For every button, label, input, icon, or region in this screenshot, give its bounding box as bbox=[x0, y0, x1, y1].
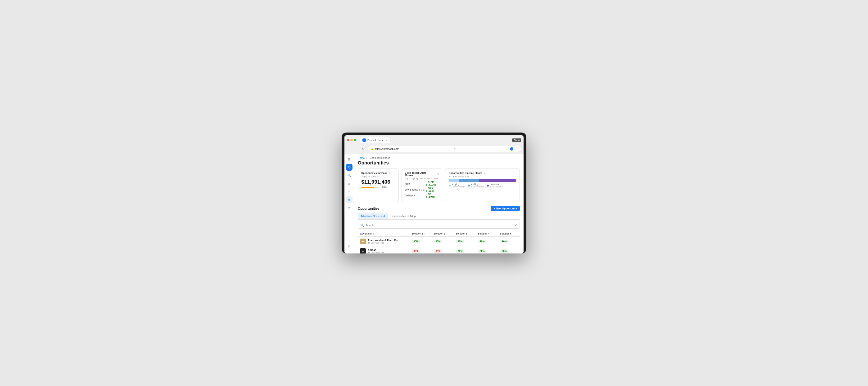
more-icon[interactable]: ⋯ bbox=[515, 147, 518, 151]
sidebar-bottom: ⚙ bbox=[346, 243, 352, 252]
pipeline-card: Opportunities Pipeline Stages ⓘ 45 Oppor… bbox=[445, 169, 520, 202]
solution-cell-1-3: 90% bbox=[475, 246, 497, 254]
sidebar-circle-icon[interactable]: ● bbox=[346, 204, 352, 211]
sidebar-mail-icon[interactable]: ✉ bbox=[346, 188, 352, 195]
solution-cell-0-4: 90% bbox=[498, 237, 520, 246]
col-solution3[interactable]: Solution 3 ↕ bbox=[454, 231, 475, 237]
solution-cell-0-2: 90% bbox=[454, 237, 475, 246]
solution-cell-1-4: 90% bbox=[498, 246, 520, 254]
solution-cell-0-0: 90% bbox=[409, 237, 431, 246]
browser-tab[interactable]: f Product Name ✕ bbox=[360, 137, 390, 143]
search-clear-icon[interactable]: ✕ bbox=[514, 223, 517, 227]
adv-cell: A Adidas ID: 09876654321 bbox=[360, 248, 407, 253]
movers-title: 3 Top Target Quota Movers ⓘ bbox=[405, 172, 439, 177]
pipeline-seg-committed bbox=[479, 179, 516, 182]
adv-info: Adidas ID: 09876654321 bbox=[368, 248, 384, 253]
col-solution2[interactable]: Solution 2 ↕ bbox=[431, 231, 454, 237]
pipeline-bar bbox=[449, 179, 516, 182]
adv-info: Abercrombie & Fitch Co. ID: 09876654321 bbox=[368, 239, 398, 244]
url-text: https://internalfb.com bbox=[375, 147, 399, 150]
revenue-pct: 68% bbox=[382, 186, 387, 188]
legend-committed: Committed 90% Probable bbox=[487, 183, 503, 188]
adv-logo: AF bbox=[360, 239, 366, 244]
bookmark-icon[interactable]: ☆ bbox=[454, 147, 456, 150]
mover-value-3: ↑ $2K (+2.9%) bbox=[427, 193, 439, 198]
mover-row-1: Nike ↑ $10K (+26.9%) bbox=[405, 181, 439, 186]
sidebar-settings-icon[interactable]: ⚙ bbox=[346, 243, 352, 250]
movers-subtitle: Top 3 orgs. by their impact to target bbox=[405, 177, 439, 180]
adv-id: ID: 09876654321 bbox=[368, 242, 398, 244]
pct-badge: 90% bbox=[500, 240, 508, 243]
revenue-progress-row: 68% bbox=[361, 186, 395, 188]
mover-name-1: Nike bbox=[405, 182, 427, 185]
pipeline-legend: Scoping 10% Probable Pitching 30% Probab… bbox=[449, 183, 516, 188]
col-advertiser[interactable]: Advertiser ↕ bbox=[358, 231, 409, 237]
adv-name: Abercrombie & Fitch Co. bbox=[368, 239, 398, 242]
pipeline-bar-container: Scoping 10% Probable Pitching 30% Probab… bbox=[449, 179, 516, 188]
sidebar-menu-icon[interactable]: ☰ bbox=[346, 156, 352, 163]
breadcrumb: Home › Book of Business bbox=[358, 156, 520, 159]
revenue-value: $11,991,406 bbox=[361, 179, 395, 185]
stats-row: Opportunities Revenue ⓘ Target: $17,511,… bbox=[358, 169, 520, 202]
sidebar-search-icon[interactable]: 🔍 bbox=[346, 172, 352, 179]
table-body: AF Abercrombie & Fitch Co. ID: 098766543… bbox=[358, 237, 520, 254]
mover-name-2: Levi Strauss & Co. bbox=[405, 188, 427, 191]
movers-info-icon[interactable]: ⓘ bbox=[437, 173, 439, 176]
revenue-info-icon[interactable]: ⓘ bbox=[389, 172, 391, 175]
tab-close-icon[interactable]: ✕ bbox=[386, 139, 388, 142]
col-solution5[interactable]: Solution 5 ↕ bbox=[498, 231, 520, 237]
tabs: Advertiser Scorecard Opportunities to Ad… bbox=[358, 213, 520, 220]
revenue-progress-bar bbox=[361, 187, 380, 188]
page-title: Opportunities bbox=[358, 160, 520, 166]
pct-badge: 90% bbox=[456, 249, 464, 253]
maximize-button[interactable] bbox=[354, 139, 356, 141]
back-button[interactable]: ← bbox=[347, 146, 352, 151]
browser-addressbar: ← → ↻ 🔒 https://internalfb.com ☆ ⋯ bbox=[344, 145, 524, 154]
revenue-card: Opportunities Revenue ⓘ Target: $17,511,… bbox=[358, 169, 399, 202]
pipeline-seg-scoping bbox=[449, 179, 459, 182]
table-header: Advertiser ↕ Solution 1 ↕ Solution 2 ↕ S… bbox=[358, 231, 520, 237]
new-opportunity-button[interactable]: + New Opportunity bbox=[491, 206, 520, 211]
app-layout: ☰ ⬡ 🔍 ⌂ ✉ ◈ ● ⚙ Home › Book of Business bbox=[344, 154, 524, 253]
search-input[interactable] bbox=[365, 224, 513, 227]
breadcrumb-section: Book of Business bbox=[370, 156, 390, 159]
monitor: f Product Name ✕ + Status ← → ↻ 🔒 https:… bbox=[342, 133, 526, 253]
legend-pitching: Pitching 30% Probable bbox=[468, 183, 484, 188]
pct-badge: 30% bbox=[434, 249, 442, 253]
legend-label-committed: Committed 90% Probable bbox=[490, 183, 503, 188]
pipeline-title: Opportunities Pipeline Stages ⓘ bbox=[449, 172, 516, 175]
movers-list: Nike ↑ $10K (+26.9%) Levi Strauss & Co. … bbox=[405, 181, 439, 198]
minimize-button[interactable] bbox=[350, 139, 353, 141]
close-button[interactable] bbox=[347, 139, 349, 141]
col-solution1[interactable]: Solution 1 ↕ bbox=[409, 231, 431, 237]
adv-cell: AF Abercrombie & Fitch Co. ID: 098766543… bbox=[360, 239, 407, 244]
pct-badge: 90% bbox=[500, 249, 508, 253]
sidebar-home-icon[interactable]: ⌂ bbox=[346, 180, 352, 187]
address-bar[interactable]: 🔒 https://internalfb.com ☆ ⋯ bbox=[368, 146, 521, 152]
table-row: AF Abercrombie & Fitch Co. ID: 098766543… bbox=[358, 237, 520, 246]
forward-button[interactable]: → bbox=[354, 146, 359, 151]
sidebar: ☰ ⬡ 🔍 ⌂ ✉ ◈ ● ⚙ bbox=[344, 154, 354, 253]
lock-icon: 🔒 bbox=[371, 148, 374, 150]
section-header: Opportunities + New Opportunity bbox=[358, 206, 520, 211]
legend-dot-committed bbox=[487, 185, 489, 186]
tab-advertiser-scorecard[interactable]: Advertiser Scorecard bbox=[358, 213, 388, 219]
revenue-title: Opportunities Revenue ⓘ bbox=[361, 172, 395, 175]
solution-cell-0-3: 90% bbox=[475, 237, 497, 246]
solution-cell-1-1: 30% bbox=[431, 246, 454, 254]
col-solution4[interactable]: Solution 4 ↕ bbox=[475, 231, 497, 237]
adv-id: ID: 09876654321 bbox=[368, 251, 384, 253]
sidebar-chart-icon[interactable]: ◈ bbox=[346, 196, 352, 203]
new-tab-button[interactable]: + bbox=[392, 138, 396, 142]
pipeline-info-icon[interactable]: ⓘ bbox=[484, 172, 486, 175]
advertiser-cell-1: A Adidas ID: 09876654321 bbox=[358, 246, 409, 254]
tab-opportunities-to-adopt[interactable]: Opportunities to Adopt bbox=[388, 213, 419, 219]
browser-titlebar: f Product Name ✕ + Status bbox=[344, 135, 524, 145]
breadcrumb-home[interactable]: Home bbox=[358, 156, 365, 159]
search-bar: 🔍 ✕ bbox=[358, 222, 520, 229]
legend-scoping: Scoping 10% Probable bbox=[449, 183, 465, 188]
solution-cell-0-1: 90% bbox=[431, 237, 454, 246]
advertiser-table: Advertiser ↕ Solution 1 ↕ Solution 2 ↕ S… bbox=[358, 231, 520, 253]
reload-button[interactable]: ↻ bbox=[361, 146, 366, 151]
traffic-lights bbox=[347, 139, 356, 141]
